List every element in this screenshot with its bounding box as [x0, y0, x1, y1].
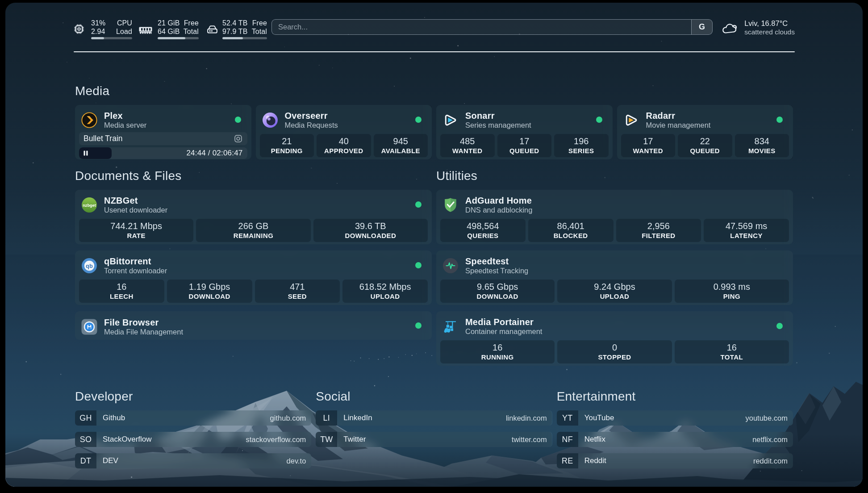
- radarr-icon: [623, 112, 639, 128]
- search-input[interactable]: [272, 20, 691, 34]
- bookmark-group-title: Developer: [75, 390, 311, 403]
- status-dot: [415, 117, 421, 123]
- stat-approved: 40 APPROVED: [317, 134, 371, 157]
- top-bar: 31% 2.94 CPU Load: [73, 19, 795, 42]
- section-documents: Documents & Files nzbget: [75, 169, 432, 366]
- bookmark-name: StackOverflow: [96, 432, 246, 447]
- pause-button[interactable]: [83, 147, 88, 159]
- stat-label: STOPPED: [598, 353, 631, 361]
- stat-download: 9.65 Gbps DOWNLOAD: [440, 280, 555, 303]
- cpu-label-top: CPU: [116, 19, 132, 27]
- bookmark-stackoverflow[interactable]: SO StackOverflow stackoverflow.com: [75, 432, 311, 447]
- playback-time: 24:44 / 02:06:47: [186, 147, 242, 159]
- bookmark-youtube[interactable]: YT YouTube youtube.com: [557, 410, 793, 426]
- stat-label: DOWNLOAD: [477, 292, 518, 301]
- stat-label: APPROVED: [324, 146, 363, 155]
- card-title: AdGuard Home: [465, 196, 532, 206]
- bookmark-linkedin[interactable]: LI LinkedIn linkedin.com: [316, 410, 552, 426]
- stat-label: PING: [723, 292, 740, 301]
- stat-wanted: 485 WANTED: [440, 134, 495, 157]
- bookmark-dev[interactable]: DT DEV dev.to: [75, 453, 311, 468]
- stat-value: 471: [290, 282, 305, 292]
- stat-queued: 17 QUEUED: [497, 134, 552, 157]
- speedtest-icon: [442, 258, 459, 274]
- card-portainer[interactable]: Media Portainer Container management 16 …: [436, 311, 793, 366]
- memory-label-top: Free: [184, 19, 199, 27]
- status-dot: [776, 323, 783, 329]
- stat-seed: 471 SEED: [255, 280, 340, 303]
- stat-ping: 0.993 ms PING: [675, 280, 789, 303]
- stat-label: DOWNLOAD: [189, 292, 230, 301]
- stat-value: 1.19 Gbps: [189, 282, 230, 292]
- stat-queries: 498,564 QUERIES: [440, 219, 526, 242]
- stat-value: 834: [755, 136, 769, 146]
- filebrowser-icon: [81, 319, 97, 335]
- sonarr-icon: [442, 112, 459, 128]
- card-nzbget[interactable]: nzbget NZBGet Usenet downloader 744.21 M…: [75, 190, 432, 244]
- bookmark-url: stackoverflow.com: [246, 432, 312, 447]
- bookmark-url: dev.to: [287, 453, 312, 468]
- dashboard-frame: 31% 2.94 CPU Load: [5, 3, 863, 487]
- card-subtitle: Torrent downloader: [104, 267, 167, 275]
- stat-leech: 16 LEECH: [79, 280, 164, 303]
- stat-label: RUNNING: [481, 353, 514, 361]
- now-playing-title: Bullet Train: [83, 134, 234, 143]
- bookmark-netflix[interactable]: NF Netflix netflix.com: [557, 432, 793, 447]
- stat-label: FILTERED: [642, 231, 675, 240]
- card-adguard[interactable]: AdGuard Home DNS and adblocking 498,564 …: [436, 190, 793, 244]
- stat-label: LEECH: [110, 292, 134, 301]
- weather-widget[interactable]: Lviv, 16.87°C scattered clouds: [721, 19, 795, 38]
- disk-widget: 52.4 TB 97.9 TB Free Total: [206, 19, 267, 39]
- card-speedtest[interactable]: Speedtest Speedtest Tracking 9.65 Gbps D…: [436, 251, 793, 305]
- stat-label: QUEUED: [690, 146, 720, 155]
- bookmark-url: netflix.com: [752, 432, 793, 447]
- stat-value: 744.21 Mbps: [110, 221, 162, 231]
- stat-download: 1.19 Gbps DOWNLOAD: [167, 280, 252, 303]
- card-title: NZBGet: [104, 196, 167, 206]
- stat-label: QUEUED: [509, 146, 539, 155]
- bookmark-abbr: NF: [557, 432, 578, 447]
- stat-value: 22: [700, 136, 710, 146]
- card-title: qBittorrent: [104, 256, 167, 267]
- disk-total-value: 97.9 TB: [222, 27, 247, 36]
- stat-value: 16: [117, 282, 126, 292]
- disk-free-value: 52.4 TB: [222, 19, 247, 27]
- playback-progress-bar[interactable]: 24:44 / 02:06:47: [79, 147, 247, 159]
- stat-label: RATE: [127, 231, 146, 240]
- bookmark-name: Github: [96, 410, 270, 426]
- card-sonarr[interactable]: Sonarr Series management 485 WANTED 17 Q…: [436, 105, 613, 159]
- stat-value: 0: [612, 343, 617, 353]
- stat-rate: 744.21 Mbps RATE: [79, 219, 193, 242]
- card-subtitle: DNS and adblocking: [465, 206, 532, 214]
- stat-upload: 9.24 Gbps UPLOAD: [557, 280, 672, 303]
- section-title-documents: Documents & Files: [75, 169, 432, 183]
- card-filebrowser[interactable]: File Browser Media File Management: [75, 311, 432, 340]
- adguard-icon: [442, 197, 459, 213]
- memory-label-bottom: Total: [184, 27, 199, 36]
- search-provider-button[interactable]: G: [691, 20, 712, 34]
- status-dot: [415, 201, 421, 208]
- stat-label: MOVIES: [748, 146, 776, 155]
- cpu-widget: 31% 2.94 CPU Load: [73, 19, 132, 39]
- memory-widget: 21 GiB 64 GiB Free Total: [138, 19, 199, 39]
- bookmark-twitter[interactable]: TW Twitter twitter.com: [316, 432, 552, 447]
- stat-label: WANTED: [633, 146, 663, 155]
- card-title: Overseerr: [285, 111, 338, 121]
- bookmark-group-entertainment: Entertainment YT YouTube youtube.com NF …: [557, 390, 793, 468]
- bookmark-url: github.com: [270, 410, 312, 426]
- card-title: Plex: [104, 111, 146, 121]
- card-qbittorrent[interactable]: qb qBittorrent Torrent downloader 16 LEE…: [75, 251, 432, 305]
- card-plex[interactable]: Plex Media server Bullet Train: [75, 105, 251, 159]
- stat-wanted: 17 WANTED: [621, 134, 676, 157]
- card-overseerr[interactable]: Overseerr Media Requests 21 PENDING 40 A…: [256, 105, 432, 159]
- disk-icon: [206, 23, 219, 39]
- card-radarr[interactable]: Radarr Movie management 17 WANTED 22 QUE…: [617, 105, 793, 159]
- progress-fill: [222, 37, 243, 39]
- video-icon[interactable]: [234, 134, 243, 143]
- status-dot: [415, 262, 421, 268]
- stat-label: DOWNLOADED: [345, 231, 396, 240]
- scattered-clouds-icon: [721, 21, 739, 38]
- bookmark-reddit[interactable]: RE Reddit reddit.com: [557, 453, 793, 468]
- bookmark-github[interactable]: GH Github github.com: [75, 410, 311, 426]
- stat-value: 17: [643, 136, 653, 146]
